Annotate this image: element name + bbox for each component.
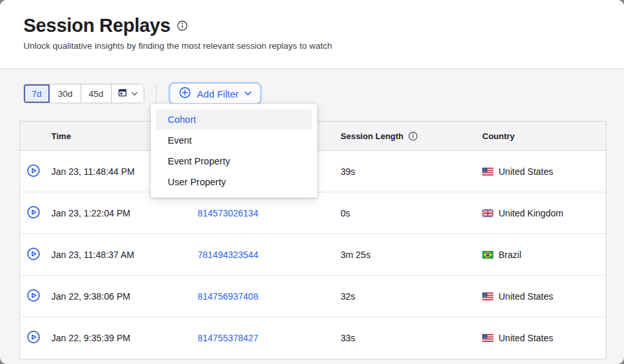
play-circle-icon bbox=[27, 289, 40, 304]
calendar-icon bbox=[118, 88, 127, 99]
info-icon[interactable] bbox=[408, 131, 418, 141]
id-cell: 814755378427 bbox=[192, 333, 335, 343]
id-cell: 814573026134 bbox=[192, 208, 335, 218]
session-id-link[interactable]: 814755378427 bbox=[198, 333, 258, 343]
id-cell: 814756937408 bbox=[192, 291, 335, 302]
br-flag-icon bbox=[482, 251, 493, 259]
time-cell: Jan 23, 1:22:04 PM bbox=[46, 208, 192, 218]
country-cell: United Kingdom bbox=[477, 208, 606, 218]
play-replay-button[interactable] bbox=[25, 289, 41, 304]
table-row: Jan 23, 1:22:04 PM8145730261340sUnited K… bbox=[20, 192, 606, 234]
filter-menu-item-user-property[interactable]: User Property bbox=[156, 172, 312, 192]
date-range-30d[interactable]: 30d bbox=[50, 84, 81, 103]
add-filter-label: Add Filter bbox=[197, 88, 239, 99]
table-row: Jan 22, 9:35:39 PM81475537842733sUnited … bbox=[20, 317, 606, 359]
date-range-7d[interactable]: 7d bbox=[24, 84, 50, 103]
id-cell: 781494323544 bbox=[192, 250, 335, 260]
us-flag-icon bbox=[482, 168, 493, 176]
page-subtitle: Unlock qualitative insights by finding t… bbox=[23, 41, 601, 51]
play-cell bbox=[20, 289, 46, 304]
play-circle-icon bbox=[27, 205, 40, 221]
header-country: Country bbox=[477, 131, 606, 141]
date-range-selector: 7d30d45d bbox=[23, 84, 144, 103]
circle-plus-icon bbox=[179, 86, 191, 101]
session-length-cell: 3m 25s bbox=[335, 250, 477, 260]
time-cell: Jan 23, 11:48:37 AM bbox=[46, 250, 192, 260]
country-cell: United States bbox=[477, 333, 606, 343]
country-label: United States bbox=[499, 166, 553, 177]
session-length-cell: 0s bbox=[335, 208, 477, 218]
page-title: Session Replays bbox=[23, 15, 170, 36]
play-cell bbox=[20, 164, 46, 179]
gb-flag-icon bbox=[482, 209, 493, 217]
filter-menu-item-cohort[interactable]: Cohort bbox=[156, 109, 312, 130]
session-length-cell: 39s bbox=[335, 166, 477, 177]
session-id-link[interactable]: 781494323544 bbox=[198, 250, 258, 260]
play-circle-icon bbox=[27, 164, 40, 179]
time-cell: Jan 22, 9:38:06 PM bbox=[46, 291, 192, 302]
play-replay-button[interactable] bbox=[25, 205, 41, 221]
toolbar: 7d30d45d bbox=[23, 83, 624, 104]
filter-menu-item-event-property[interactable]: Event Property bbox=[156, 151, 312, 172]
table-row: Jan 23, 11:48:37 AM7814943235443m 25sBra… bbox=[20, 234, 606, 276]
country-cell: United States bbox=[477, 166, 606, 177]
play-replay-button[interactable] bbox=[25, 164, 41, 179]
play-cell bbox=[20, 330, 46, 346]
session-length-cell: 32s bbox=[335, 291, 477, 302]
date-range-45d[interactable]: 45d bbox=[81, 84, 112, 103]
calendar-button[interactable] bbox=[112, 84, 144, 103]
time-cell: Jan 22, 9:35:39 PM bbox=[46, 333, 192, 343]
us-flag-icon bbox=[482, 292, 493, 300]
country-label: United States bbox=[499, 291, 553, 302]
header-session-length: Session Length bbox=[335, 131, 477, 141]
chevron-down-icon bbox=[131, 92, 138, 96]
chevron-down-icon bbox=[244, 91, 252, 96]
us-flag-icon bbox=[482, 334, 493, 342]
filter-menu-item-event[interactable]: Event bbox=[156, 130, 312, 151]
country-label: United Kingdom bbox=[499, 208, 564, 218]
session-replays-page: Session Replays Unlock qualitative insig… bbox=[0, 0, 624, 364]
filter-dropdown-menu: CohortEventEvent PropertyUser Property bbox=[151, 104, 317, 198]
country-cell: Brazil bbox=[477, 250, 606, 260]
play-circle-icon bbox=[27, 330, 40, 346]
play-circle-icon bbox=[27, 247, 40, 263]
add-filter-button[interactable]: Add Filter bbox=[168, 82, 262, 105]
play-cell bbox=[20, 247, 46, 263]
country-cell: United States bbox=[477, 291, 606, 302]
play-cell bbox=[20, 205, 46, 221]
country-label: Brazil bbox=[499, 250, 521, 260]
session-id-link[interactable]: 814756937408 bbox=[198, 291, 258, 302]
session-id-link[interactable]: 814573026134 bbox=[198, 208, 258, 218]
page-header: Session Replays Unlock qualitative insig… bbox=[0, 0, 624, 69]
session-length-cell: 33s bbox=[335, 333, 477, 343]
table-row: Jan 22, 9:38:06 PM81475693740832sUnited … bbox=[20, 276, 606, 317]
toolbar-divider bbox=[156, 84, 157, 103]
play-replay-button[interactable] bbox=[25, 247, 41, 263]
play-replay-button[interactable] bbox=[25, 330, 41, 346]
country-label: United States bbox=[499, 333, 553, 343]
info-icon[interactable] bbox=[177, 20, 188, 31]
